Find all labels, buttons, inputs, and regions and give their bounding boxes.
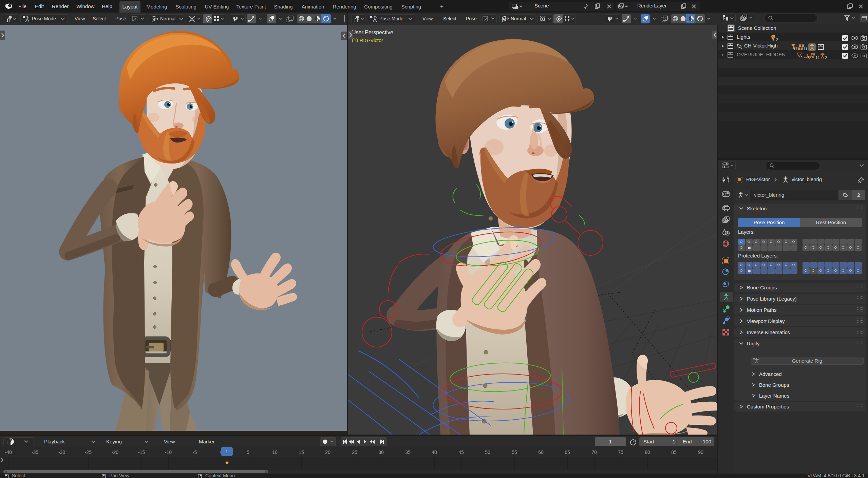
svg-text:2: 2 xyxy=(800,56,803,60)
svg-text:(1) RIG-Victor: (1) RIG-Victor xyxy=(352,37,383,43)
svg-text:17: 17 xyxy=(793,47,797,51)
svg-text:5: 5 xyxy=(808,56,810,60)
svg-text:11: 11 xyxy=(804,47,807,51)
svg-text:11: 11 xyxy=(815,56,819,60)
svg-text:2: 2 xyxy=(825,56,827,60)
svg-text:User Perspective: User Perspective xyxy=(352,30,393,35)
